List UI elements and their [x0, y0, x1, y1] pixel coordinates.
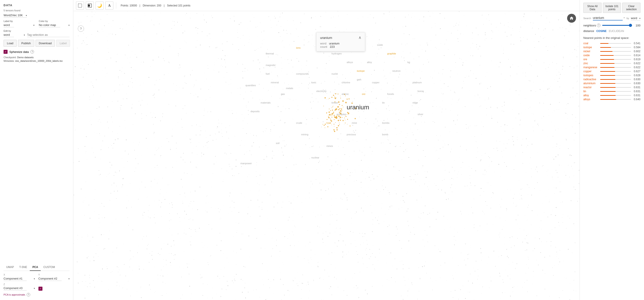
x-select[interactable]: Component #1: [4, 276, 27, 281]
viz-word-label[interactable]: manpower: [240, 162, 252, 165]
viz-word-label[interactable]: alloys: [347, 61, 353, 64]
help-button[interactable]: ?: [78, 26, 84, 32]
viz-word-label[interactable]: toxic: [311, 81, 316, 84]
select-all-tool-button[interactable]: [86, 2, 94, 10]
nearest-item-name[interactable]: oxide: [583, 54, 599, 57]
viz-word-label[interactable]: nuclei: [332, 72, 338, 75]
tab-custom[interactable]: CUSTOM: [41, 264, 58, 271]
viz-word-label[interactable]: copper: [372, 81, 380, 84]
viz-word-label[interactable]: mineral: [271, 81, 279, 84]
color-by-select[interactable]: No color map: [39, 23, 60, 27]
viz-word-label[interactable]: bombs: [382, 122, 390, 124]
label-by-select-wrapper[interactable]: word ▾: [4, 23, 34, 27]
viz-word-label[interactable]: crude: [296, 122, 302, 124]
color-by-select-wrapper[interactable]: No color map ▾: [39, 23, 70, 27]
show-all-button[interactable]: Show All Data: [583, 3, 602, 13]
neighbors-slider-thumb[interactable]: [629, 24, 632, 27]
nearest-item-name[interactable]: nickel: [583, 50, 599, 53]
isolate-button[interactable]: Isolate 101 points: [603, 3, 621, 13]
tooltip-close-button[interactable]: ∧: [358, 35, 361, 40]
viz-word-label[interactable]: magnetic: [266, 64, 276, 66]
viz-word-label[interactable]: chlorine: [342, 81, 350, 84]
viz-word-label[interactable]: gwh: [357, 78, 361, 81]
viz-word-label[interactable]: asbestos: [337, 113, 347, 116]
tag-selection-input[interactable]: [27, 33, 70, 37]
viz-word-label[interactable]: materials: [261, 101, 271, 104]
nearest-item-name[interactable]: isotope: [583, 46, 599, 49]
publish-button[interactable]: Publish: [18, 40, 34, 47]
nearest-item-name[interactable]: radioactive: [583, 78, 599, 81]
dataset-select-wrapper[interactable]: Word2Vec 10K ▾: [4, 13, 27, 18]
dataset-select[interactable]: Word2Vec 10K: [4, 13, 27, 18]
load-button[interactable]: Load: [4, 40, 17, 47]
viz-word-label[interactable]: uranium: [347, 104, 369, 111]
sphereize-help-icon[interactable]: ?: [30, 50, 34, 54]
viz-word-label[interactable]: gas: [281, 93, 285, 95]
viz-word-label[interactable]: oxide: [377, 44, 383, 46]
nearest-item-name[interactable]: copper: [583, 70, 599, 73]
z-checkbox[interactable]: [38, 287, 42, 291]
viz-word-label[interactable]: kg: [407, 61, 410, 64]
edit-by-select-wrapper[interactable]: word ▾: [4, 33, 25, 37]
viz-word-label[interactable]: silver: [418, 113, 423, 116]
nearest-item-name[interactable]: alloy: [583, 94, 599, 97]
viz-word-label[interactable]: ore: [362, 93, 365, 95]
distance-euclidean-option[interactable]: EUCLIDEAN: [609, 30, 624, 33]
clear-selection-button[interactable]: Clear selection: [622, 3, 640, 13]
nearest-item-name[interactable]: ore: [583, 58, 599, 61]
z-select-wrapper[interactable]: Component #3 ▾: [4, 286, 35, 290]
viz-word-label[interactable]: timber: [332, 101, 338, 104]
viz-word-label[interactable]: atomic: [342, 93, 349, 95]
viz-word-label[interactable]: soil: [276, 142, 280, 144]
distance-cosine-option[interactable]: COSINE: [596, 30, 606, 33]
viz-word-label[interactable]: boron: [418, 90, 424, 92]
nearest-item-name[interactable]: reactor: [583, 86, 599, 89]
edit-by-select[interactable]: word: [4, 33, 14, 37]
viz-word-label[interactable]: mine: [352, 122, 357, 124]
viz-word-label[interactable]: precious: [347, 133, 356, 136]
x-select-wrapper[interactable]: Component #1 ▾: [4, 276, 35, 281]
tab-umap[interactable]: UMAP: [4, 264, 17, 271]
y-select[interactable]: Component #2: [38, 276, 62, 281]
viz-word-label[interactable]: mines: [326, 145, 333, 147]
nearest-item-name[interactable]: zinc: [583, 62, 599, 65]
z-select[interactable]: Component #3: [4, 286, 27, 290]
canvas-area[interactable]: ? ionsoxidethermalhydrogengraphitemagnet…: [73, 11, 580, 300]
viz-word-label[interactable]: quantities: [246, 84, 256, 87]
viz-word-label[interactable]: fossils: [387, 93, 394, 95]
viz-word-label[interactable]: hydrogen: [332, 52, 342, 55]
viz-word-label[interactable]: coal: [326, 122, 331, 124]
point-cloud-svg[interactable]: ionsoxidethermalhydrogengraphitemagnetic…: [73, 11, 580, 300]
tab-tsne[interactable]: T-SNE: [17, 264, 30, 271]
neighbors-slider-track[interactable]: [602, 25, 632, 26]
by-select-wrapper[interactable]: word label ▾: [631, 16, 640, 20]
y-select-wrapper[interactable]: Component #2 ▾: [38, 276, 70, 281]
nearest-item-name[interactable]: manganese: [583, 66, 599, 69]
viz-word-label[interactable]: mining: [301, 133, 308, 136]
nearest-item-name[interactable]: tin: [583, 90, 599, 93]
viz-word-label[interactable]: bomb: [382, 133, 388, 136]
search-input[interactable]: [593, 16, 623, 20]
viz-word-label[interactable]: compounds: [296, 72, 309, 75]
viz-word-label[interactable]: thermal: [266, 52, 274, 55]
viz-word-label[interactable]: tin: [382, 101, 385, 104]
pca-help-icon[interactable]: ?: [27, 293, 30, 296]
label-tool-button[interactable]: A: [105, 2, 113, 10]
viz-word-label[interactable]: alloy: [367, 61, 372, 64]
viz-word-label[interactable]: electricity: [316, 90, 326, 92]
viz-word-label[interactable]: metals: [286, 87, 293, 90]
viz-word-label[interactable]: graphite: [387, 52, 396, 55]
by-select[interactable]: word label: [631, 16, 640, 20]
viz-word-label[interactable]: ions: [296, 46, 301, 49]
selection-tool-button[interactable]: [76, 2, 84, 10]
viz-word-label[interactable]: isotope: [357, 70, 365, 72]
viz-word-label[interactable]: nuclear: [311, 156, 319, 159]
nearest-item-name[interactable]: alloys: [583, 98, 599, 101]
download-button[interactable]: Download: [36, 40, 55, 47]
viz-word-label[interactable]: deposits: [250, 110, 260, 113]
nearest-item-name[interactable]: aluminium: [583, 82, 599, 85]
nearest-item-name[interactable]: isotopes: [583, 74, 599, 77]
night-mode-button[interactable]: 🌙: [96, 2, 104, 10]
nearest-item-name[interactable]: coal: [583, 42, 599, 45]
viz-word-label[interactable]: platinum: [412, 81, 422, 84]
